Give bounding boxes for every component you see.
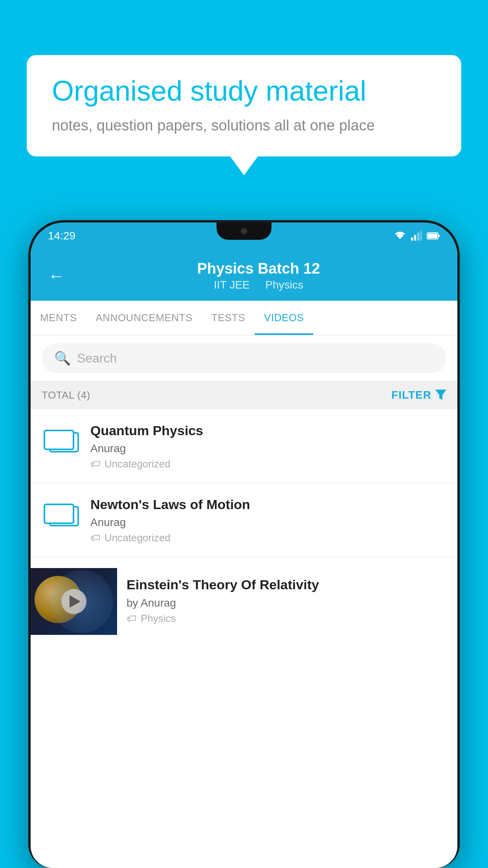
video-info-1: Quantum Physics Anurag 🏷 Uncategorized bbox=[90, 422, 446, 470]
status-icons bbox=[394, 231, 440, 241]
play-triangle bbox=[70, 595, 81, 608]
folder-icon-area-2 bbox=[42, 496, 81, 526]
speech-bubble-container: Organised study material notes, question… bbox=[27, 55, 461, 156]
tab-videos[interactable]: VIDEOS bbox=[255, 301, 313, 335]
video-title-3: Einstein's Theory Of Relativity bbox=[127, 576, 437, 593]
svg-marker-0 bbox=[397, 236, 403, 239]
app-header: ← Physics Batch 12 IIT JEE Physics bbox=[31, 249, 457, 301]
video-tag-row-3: 🏷 Physics bbox=[127, 612, 437, 625]
filter-icon bbox=[435, 390, 446, 401]
video-author-2: Anurag bbox=[90, 516, 446, 529]
folder-icon-2 bbox=[44, 499, 79, 526]
tab-tests[interactable]: TESTS bbox=[202, 301, 255, 335]
video-item-2[interactable]: Newton's Laws of Motion Anurag 🏷 Uncateg… bbox=[31, 483, 457, 557]
folder-front-2 bbox=[44, 504, 74, 524]
tabs-bar: MENTS ANNOUNCEMENTS TESTS VIDEOS bbox=[31, 301, 457, 335]
play-button-3[interactable] bbox=[61, 589, 86, 614]
video-title-2: Newton's Laws of Motion bbox=[90, 496, 446, 513]
filter-label: FILTER bbox=[391, 389, 431, 401]
notch-camera bbox=[240, 228, 248, 235]
tab-announcements[interactable]: ANNOUNCEMENTS bbox=[86, 301, 202, 335]
status-bar: 14:29 bbox=[31, 223, 457, 249]
header-subtitle-part1: IIT JEE bbox=[214, 279, 250, 291]
header-title-group: Physics Batch 12 IIT JEE Physics bbox=[77, 260, 440, 291]
total-label: TOTAL (4) bbox=[42, 389, 90, 401]
folder-icon-area-1 bbox=[42, 422, 81, 452]
video-thumbnail-3 bbox=[31, 568, 117, 635]
video-info-2: Newton's Laws of Motion Anurag 🏷 Uncateg… bbox=[90, 496, 446, 544]
svg-rect-7 bbox=[428, 234, 437, 238]
video-item-1[interactable]: Quantum Physics Anurag 🏷 Uncategorized bbox=[31, 409, 457, 483]
video-tag-row-1: 🏷 Uncategorized bbox=[90, 458, 446, 470]
svg-marker-8 bbox=[435, 390, 446, 400]
svg-rect-1 bbox=[411, 237, 413, 241]
back-button[interactable]: ← bbox=[48, 268, 64, 284]
video-author-3: by Anurag bbox=[127, 597, 437, 609]
phone-inner: 14:29 bbox=[31, 223, 457, 868]
video-title-1: Quantum Physics bbox=[90, 422, 446, 439]
battery-icon bbox=[427, 232, 440, 240]
svg-rect-6 bbox=[438, 235, 440, 237]
phone-frame: 14:29 bbox=[28, 220, 460, 868]
video-tag-2: Uncategorized bbox=[105, 532, 171, 544]
tag-icon-1: 🏷 bbox=[90, 458, 101, 470]
wifi-icon bbox=[394, 231, 406, 241]
speech-bubble-headline: Organised study material bbox=[52, 75, 436, 107]
svg-rect-4 bbox=[420, 231, 422, 241]
video-tag-1: Uncategorized bbox=[105, 458, 171, 470]
video-tag-row-2: 🏷 Uncategorized bbox=[90, 532, 446, 544]
signal-icon bbox=[411, 231, 422, 241]
video-item-3[interactable]: Einstein's Theory Of Relativity by Anura… bbox=[31, 557, 457, 635]
tag-icon-2: 🏷 bbox=[90, 532, 101, 544]
search-container: 🔍 Search bbox=[31, 335, 457, 381]
svg-rect-2 bbox=[414, 235, 416, 241]
search-placeholder: Search bbox=[77, 351, 117, 366]
folder-icon-1 bbox=[44, 425, 79, 452]
app-screen: ← Physics Batch 12 IIT JEE Physics MENTS… bbox=[31, 249, 457, 868]
tag-icon-3: 🏷 bbox=[127, 612, 137, 625]
notch bbox=[216, 223, 272, 240]
content-scroll: Quantum Physics Anurag 🏷 Uncategorized bbox=[31, 409, 457, 868]
video-tag-3: Physics bbox=[141, 612, 176, 625]
video-author-1: Anurag bbox=[90, 442, 446, 455]
svg-rect-3 bbox=[417, 233, 419, 241]
header-subtitle: IIT JEE Physics bbox=[77, 279, 440, 291]
folder-front-1 bbox=[44, 430, 74, 450]
search-input-wrapper[interactable]: 🔍 Search bbox=[42, 343, 446, 373]
filter-button[interactable]: FILTER bbox=[391, 389, 446, 401]
tab-ments[interactable]: MENTS bbox=[31, 301, 86, 335]
filter-bar: TOTAL (4) FILTER bbox=[31, 381, 457, 409]
search-icon: 🔍 bbox=[54, 350, 71, 366]
header-subtitle-part2: Physics bbox=[265, 279, 303, 291]
speech-bubble-subtext: notes, question papers, solutions all at… bbox=[52, 115, 436, 136]
video-info-3: Einstein's Theory Of Relativity by Anura… bbox=[117, 568, 446, 632]
speech-bubble: Organised study material notes, question… bbox=[27, 55, 461, 156]
header-title: Physics Batch 12 bbox=[77, 260, 440, 277]
status-time: 14:29 bbox=[48, 230, 75, 242]
